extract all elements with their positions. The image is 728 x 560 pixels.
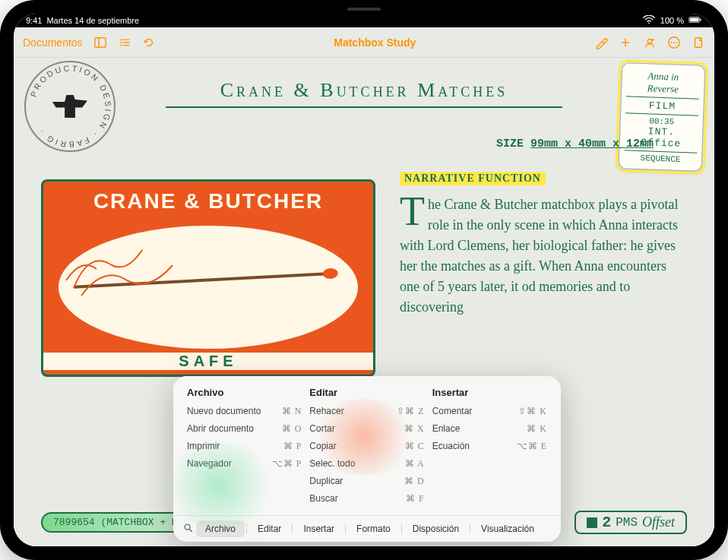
pms-chip: 2 PMS Offset	[574, 511, 687, 534]
shortcut-label: Buscar	[309, 493, 337, 505]
battery-pct: 100 %	[660, 16, 684, 25]
tab-separator	[292, 524, 293, 534]
svg-point-22	[185, 524, 190, 530]
shortcut-item[interactable]: Imprimir⌘ P	[187, 438, 302, 455]
tab-separator	[246, 524, 247, 534]
highlight-swipe	[156, 103, 251, 113]
shortcut-tab-insertar[interactable]: Insertar	[294, 520, 343, 537]
shortcut-tab-formato[interactable]: Formato	[347, 520, 400, 537]
pms-num: 2	[602, 514, 611, 531]
status-bar: 9:41 Martes 14 de septiembre 100 %	[14, 14, 714, 27]
shortcut-label: Duplicar	[309, 476, 343, 487]
shortcut-item[interactable]: Buscar⌘ F	[309, 490, 424, 508]
shortcut-label: Rehacer	[309, 406, 343, 417]
document-title[interactable]: Matchbox Study	[166, 36, 584, 49]
matchbox-safe: SAFE	[43, 353, 373, 370]
shortcut-label: Comentar	[432, 406, 473, 417]
shortcut-label: Nuevo documento	[187, 406, 261, 417]
tab-separator	[401, 524, 402, 534]
shortcut-label: Navegador	[187, 458, 232, 470]
shortcut-column: ArchivoNuevo documento⌘ NAbrir documento…	[187, 387, 302, 508]
tab-separator	[470, 524, 470, 534]
shortcut-keys: ⇧⌘ Z	[397, 406, 424, 417]
shortcut-item[interactable]: Selec. todo⌘ A	[309, 455, 424, 473]
document-options-button[interactable]	[692, 36, 705, 49]
shortcut-column-title: Insertar	[432, 387, 547, 398]
body-paragraph: The Crane & Butcher matchbox plays a piv…	[400, 195, 684, 318]
format-brush-button[interactable]	[594, 36, 608, 49]
svg-rect-20	[695, 37, 702, 47]
shortcut-keys: ⌥⌘ P	[272, 458, 302, 470]
shortcut-item[interactable]: Ecuación⌥⌘ E	[432, 438, 547, 455]
matchbox-illustration: CRANE & BUTCHER SAFE	[41, 179, 375, 377]
insert-button[interactable]	[619, 36, 632, 49]
app-pages: Documentos Matchbox Study	[14, 27, 714, 546]
film-sticker: Anna in Reverse FILM 00:35 INT. Office S…	[619, 62, 706, 172]
heading-rule	[166, 106, 562, 108]
shortcut-keys: ⌘ F	[406, 493, 425, 505]
svg-rect-2	[690, 18, 699, 22]
svg-point-19	[676, 42, 678, 43]
sticker-seq: SEQUENCE	[624, 153, 697, 164]
production-badge: PRODUCTION DESIGN · FABRIG ·	[24, 61, 116, 152]
pms-offset: Offset	[642, 514, 675, 530]
svg-point-15	[652, 39, 654, 41]
dropcap: T	[400, 195, 428, 228]
sparks-icon	[59, 227, 210, 318]
shortcut-keys: ⌘ X	[404, 423, 425, 435]
shortcut-item[interactable]: Nuevo documento⌘ N	[187, 403, 302, 420]
shortcut-label: Abrir documento	[187, 423, 254, 435]
documents-back-button[interactable]: Documentos	[23, 36, 83, 49]
shortcut-column: InsertarComentar⇧⌘ KEnlace⌘ KEcuación⌥⌘ …	[432, 387, 547, 508]
battery-icon	[688, 15, 702, 26]
shortcut-tabbar: ArchivoEditarInsertarFormatoDisposiciónV…	[173, 515, 561, 542]
shortcut-item[interactable]: Enlace⌘ K	[432, 420, 547, 438]
shortcut-keys: ⌘ D	[404, 476, 425, 487]
more-button[interactable]	[667, 36, 681, 49]
shortcut-item[interactable]: Duplicar⌘ D	[309, 473, 424, 490]
svg-point-0	[648, 22, 650, 24]
shortcut-keys: ⇧⌘ K	[518, 406, 547, 417]
size-spec: SIZE 99mm x 40mm x 12mm	[496, 138, 654, 150]
shortcut-tab-disposición[interactable]: Disposición	[404, 520, 468, 537]
search-icon[interactable]	[181, 523, 196, 536]
shortcut-tab-archivo[interactable]: Archivo	[196, 520, 245, 537]
doc-heading-text: Crane & Butcher Matches	[220, 79, 508, 101]
document-canvas[interactable]: PRODUCTION DESIGN · FABRIG · Crane & But…	[14, 58, 714, 546]
svg-point-17	[671, 42, 673, 43]
shortcut-item[interactable]: Cortar⌘ X	[309, 420, 424, 438]
shortcut-label: Imprimir	[187, 441, 220, 452]
body-content: he Crane & Butcher matchbox plays a pivo…	[400, 197, 678, 315]
shortcut-item[interactable]: Comentar⇧⌘ K	[432, 403, 547, 420]
shortcut-tab-visualización[interactable]: Visualización	[472, 520, 543, 537]
shortcut-keys: ⌘ P	[283, 441, 302, 452]
shortcut-label: Cortar	[309, 423, 334, 435]
shortcut-item[interactable]: Navegador⌥⌘ P	[187, 455, 302, 473]
shortcut-label: Enlace	[432, 423, 461, 435]
shortcut-keys: ⌘ O	[282, 423, 302, 435]
size-label: SIZE	[496, 138, 524, 150]
narrative-heading: NARRATIVE FUNCTION	[400, 172, 546, 185]
shortcut-item[interactable]: Rehacer⇧⌘ Z	[309, 403, 424, 420]
undo-button[interactable]	[142, 36, 156, 49]
view-options-button[interactable]	[118, 36, 131, 49]
sidebar-toggle-button[interactable]	[93, 36, 107, 49]
shortcut-keys: ⌘ A	[405, 458, 425, 470]
shortcut-item[interactable]: Abrir documento⌘ O	[187, 420, 302, 438]
size-value: 99mm x 40mm x 12mm	[530, 138, 654, 150]
pms-swatch	[587, 517, 597, 528]
home-indicator	[347, 8, 381, 11]
app-toolbar: Documentos Matchbox Study	[14, 27, 714, 58]
shortcut-tab-editar[interactable]: Editar	[248, 520, 290, 537]
shortcut-keys: ⌘ C	[405, 441, 425, 452]
shortcut-column-title: Editar	[309, 387, 424, 398]
keyboard-shortcut-overlay: ArchivoNuevo documento⌘ NAbrir documento…	[173, 376, 561, 542]
svg-rect-3	[700, 19, 701, 21]
status-date: Martes 14 de septiembre	[46, 16, 139, 25]
shortcut-keys: ⌘ K	[527, 423, 547, 435]
shortcut-label: Selec. todo	[309, 458, 355, 470]
shortcut-keys: ⌥⌘ E	[517, 441, 547, 452]
doc-heading: Crane & Butcher Matches	[166, 79, 562, 108]
shortcut-item[interactable]: Copiar⌘ C	[309, 438, 424, 455]
collaborate-button[interactable]	[643, 36, 657, 49]
